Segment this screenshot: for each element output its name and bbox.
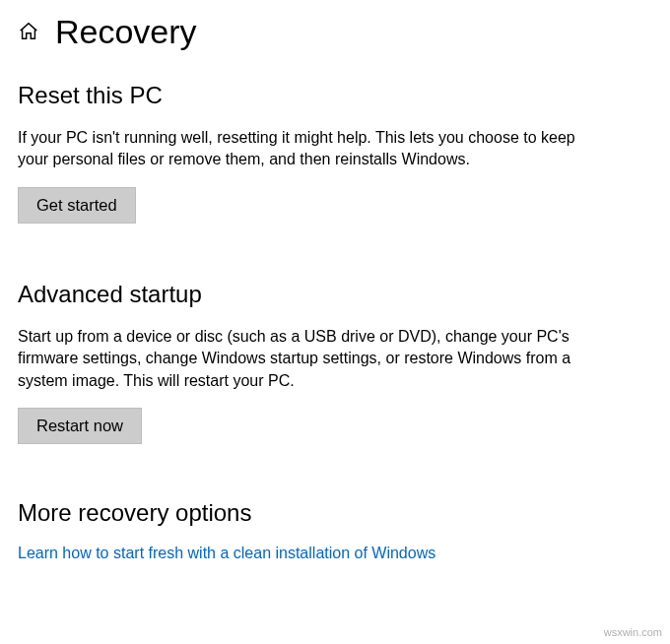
attribution-text: wsxwin.com: [604, 626, 662, 638]
get-started-button[interactable]: Get started: [18, 187, 136, 224]
content-area: Reset this PC If your PC isn't running w…: [0, 82, 670, 562]
section-reset: Reset this PC If your PC isn't running w…: [18, 82, 652, 224]
restart-now-button[interactable]: Restart now: [18, 408, 142, 444]
fresh-install-link[interactable]: Learn how to start fresh with a clean in…: [18, 545, 436, 561]
section-more-recovery: More recovery options Learn how to start…: [18, 499, 652, 562]
reset-heading: Reset this PC: [18, 82, 652, 109]
more-heading: More recovery options: [18, 499, 652, 527]
page-header: Recovery: [0, 0, 670, 58]
advanced-heading: Advanced startup: [18, 281, 652, 308]
advanced-desc: Start up from a device or disc (such as …: [18, 326, 579, 392]
section-advanced-startup: Advanced startup Start up from a device …: [18, 281, 652, 444]
home-icon[interactable]: [18, 21, 39, 42]
page-title: Recovery: [55, 15, 197, 48]
reset-desc: If your PC isn't running well, resetting…: [18, 127, 579, 171]
